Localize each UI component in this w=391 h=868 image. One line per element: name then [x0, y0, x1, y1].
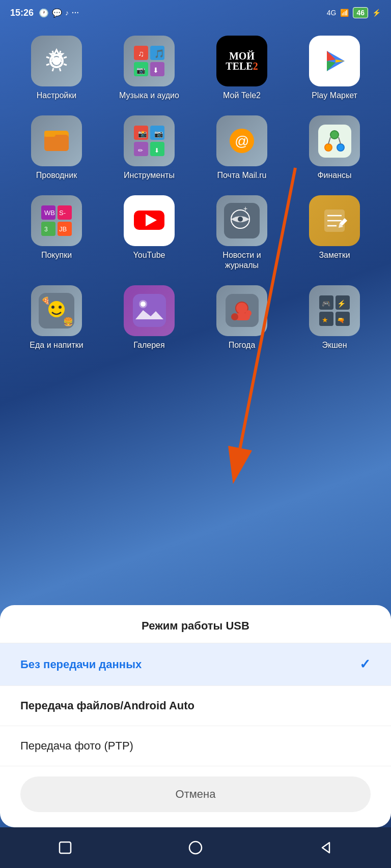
weather-label: Погода — [229, 340, 256, 350]
app-food[interactable]: 🍔 🍕 Еда и напитки — [21, 285, 92, 350]
weather-app-icon — [216, 285, 267, 336]
recent-apps-button[interactable] — [50, 832, 80, 863]
svg-text:✏: ✏ — [138, 147, 143, 154]
svg-text:WB: WB — [44, 209, 55, 217]
files-label: Проводник — [36, 170, 77, 180]
svg-point-30 — [337, 144, 344, 151]
tools-label: Инструменты — [124, 170, 175, 180]
svg-text:@: @ — [235, 133, 249, 149]
gallery-label: Галерея — [133, 340, 164, 350]
app-row-4: 🍔 🍕 Еда и напитки Галерея — [10, 285, 381, 350]
finance-app-icon — [309, 115, 360, 166]
app-files[interactable]: Проводник — [21, 115, 92, 180]
app-mail[interactable]: @ Почта Mail.ru — [206, 115, 277, 180]
notes-label: Заметки — [319, 250, 350, 260]
svg-rect-16 — [44, 131, 55, 137]
back-button[interactable] — [311, 832, 341, 863]
svg-text:📷: 📷 — [136, 66, 146, 75]
tiktok-status-icon: ♪ — [65, 9, 69, 17]
svg-rect-55 — [133, 294, 166, 327]
music-label: Музыка и аудио — [119, 91, 179, 100]
app-tele2[interactable]: МОЙTELE2 Мой Tele2 — [206, 36, 277, 100]
games-label: Экшен — [322, 340, 347, 350]
svg-rect-15 — [44, 135, 69, 151]
svg-text:📷: 📷 — [154, 130, 163, 138]
svg-point-74 — [189, 842, 202, 854]
dialog-title: Режим работы USB — [0, 605, 391, 643]
home-screen: Настройки ♫ 🎵 📷 ⬇ Музыка и аудио МОЙTELE… — [0, 31, 391, 370]
svg-text:3: 3 — [44, 226, 48, 233]
mail-label: Почта Mail.ru — [217, 170, 267, 180]
navigation-bar — [0, 827, 391, 868]
svg-rect-27 — [318, 125, 351, 158]
app-playmarket[interactable]: Play Маркет — [299, 36, 370, 100]
settings-app-icon — [31, 36, 82, 86]
svg-text:JB: JB — [59, 225, 67, 233]
no-data-label: Без передачи данных — [20, 658, 142, 671]
battery-indicator: 46 — [353, 7, 368, 18]
home-button[interactable] — [180, 832, 211, 863]
settings-label: Настройки — [37, 91, 76, 100]
notes-app-icon — [309, 195, 360, 246]
app-gallery[interactable]: Галерея — [114, 285, 185, 350]
news-label: Новости и журналы — [206, 250, 277, 270]
svg-text:🍕: 🍕 — [41, 296, 50, 305]
svg-text:+: + — [243, 204, 247, 213]
finance-label: Финансы — [317, 170, 351, 180]
svg-text:⚡: ⚡ — [337, 300, 346, 308]
music-app-icon: ♫ 🎵 📷 ⬇ — [124, 36, 175, 86]
file-transfer-label: Передача файлов/Android Auto — [20, 699, 194, 712]
option-file-transfer[interactable]: Передача файлов/Android Auto — [0, 686, 391, 726]
svg-point-57 — [141, 302, 146, 307]
app-music[interactable]: ♫ 🎵 📷 ⬇ Музыка и аудио — [114, 36, 185, 100]
time-display: 15:26 — [10, 8, 34, 18]
cancel-button[interactable]: Отмена — [20, 776, 371, 812]
app-tools[interactable]: 📸 📷 ✏ ⬇ Инструменты — [114, 115, 185, 180]
svg-text:⬇: ⬇ — [153, 66, 159, 74]
app-weather[interactable]: Погода — [206, 285, 277, 350]
news-app-icon: + — [216, 195, 267, 246]
svg-text:📸: 📸 — [138, 130, 147, 138]
signal-icon: 4G — [327, 9, 337, 17]
app-finance[interactable]: Финансы — [299, 115, 370, 180]
gallery-app-icon — [124, 285, 175, 336]
photo-transfer-label: Передача фото (PTP) — [20, 739, 133, 753]
app-youtube[interactable]: YouTube — [114, 195, 185, 270]
alarm-icon: 🕐 — [39, 8, 49, 18]
mail-app-icon: @ — [216, 115, 267, 166]
charging-icon: ⚡ — [372, 9, 381, 17]
message-icon: 💬 — [52, 8, 62, 18]
svg-text:♫: ♫ — [138, 49, 144, 58]
svg-point-51 — [51, 306, 54, 309]
app-row-1: Настройки ♫ 🎵 📷 ⬇ Музыка и аудио МОЙTELE… — [10, 36, 381, 100]
svg-text:🔫: 🔫 — [337, 316, 345, 324]
svg-marker-75 — [322, 843, 329, 853]
youtube-label: YouTube — [133, 250, 165, 260]
app-shopping[interactable]: WB S- 3 JB Покупки — [21, 195, 92, 270]
shopping-app-icon: WB S- 3 JB — [31, 195, 82, 246]
svg-rect-73 — [60, 842, 71, 853]
svg-point-52 — [59, 306, 62, 309]
svg-text:🎮: 🎮 — [322, 300, 331, 308]
tele2-app-icon: МОЙTELE2 — [216, 36, 267, 86]
usb-mode-dialog: Режим работы USB Без передачи данных ✓ П… — [0, 605, 391, 827]
games-app-icon: 🎮 ⚡ ★ 🔫 — [309, 285, 360, 336]
svg-point-62 — [231, 313, 238, 320]
option-no-data[interactable]: Без передачи данных ✓ — [0, 643, 391, 686]
app-row-3: WB S- 3 JB Покупки YouTube — [10, 195, 381, 270]
svg-point-43 — [238, 217, 243, 222]
option-photo-transfer[interactable]: Передача фото (PTP) — [0, 726, 391, 766]
app-row-2: Проводник 📸 📷 ✏ ⬇ Инструменты — [10, 115, 381, 180]
svg-point-29 — [325, 144, 332, 151]
signal-bars: 📶 — [340, 9, 349, 17]
app-settings[interactable]: Настройки — [21, 36, 92, 100]
food-label: Еда и напитки — [30, 340, 83, 350]
app-games[interactable]: 🎮 ⚡ ★ 🔫 Экшен — [299, 285, 370, 350]
status-bar: 15:26 🕐 💬 ♪ ··· 4G 📶 46 ⚡ — [0, 0, 391, 25]
playmarket-app-icon — [309, 36, 360, 86]
app-notes[interactable]: Заметки — [299, 195, 370, 270]
svg-rect-33 — [41, 222, 55, 236]
playmarket-label: Play Маркет — [312, 91, 357, 100]
svg-text:★: ★ — [322, 316, 328, 324]
app-news[interactable]: + Новости и журналы — [206, 195, 277, 270]
